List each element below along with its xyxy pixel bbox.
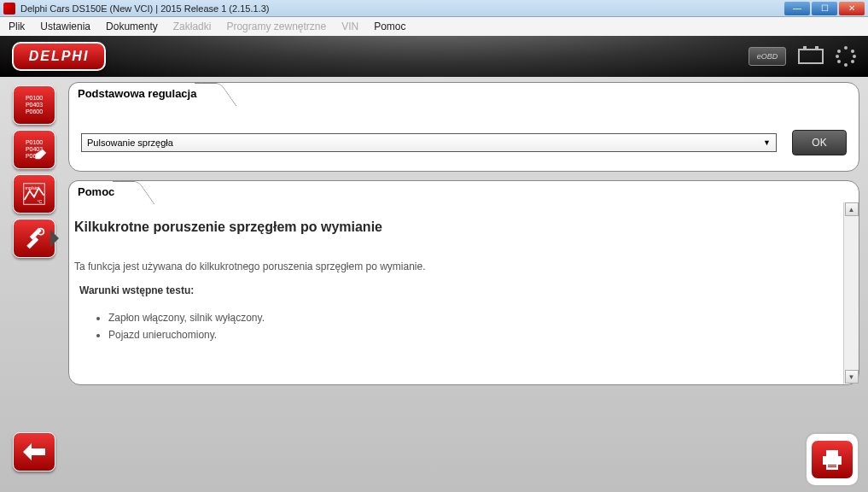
help-panel-title: Pomoc: [68, 180, 129, 202]
app-icon: [3, 3, 15, 15]
menu-zakladki[interactable]: Zakładki: [173, 20, 212, 32]
maximize-button[interactable]: ☐: [812, 2, 837, 15]
help-description: Ta funkcja jest używana do kilkukrotnego…: [74, 261, 835, 272]
menu-dokumenty[interactable]: Dokumenty: [106, 20, 158, 32]
svg-rect-5: [826, 450, 838, 457]
menu-vin[interactable]: VIN: [341, 20, 358, 32]
svg-text:°C: °C: [38, 199, 43, 204]
close-button[interactable]: ✕: [839, 2, 865, 15]
chevron-down-icon: ▼: [763, 138, 771, 147]
menu-programy[interactable]: Programy zewnętrzne: [226, 20, 326, 32]
delphi-logo: DELPHI: [12, 42, 106, 71]
scroll-up-icon[interactable]: ▲: [845, 202, 859, 216]
regulation-panel-title: Podstawowa regulacja: [68, 82, 211, 104]
sidebar-erase-codes[interactable]: P0100 P0403 P060: [13, 130, 55, 169]
tools-icon: [22, 226, 46, 250]
connection-spinner-icon: [836, 46, 856, 67]
help-scrollbar[interactable]: ▲ ▼: [843, 202, 859, 384]
arrow-left-icon: [21, 442, 47, 462]
window-title: Delphi Cars DS150E (New VCI) | 2015 Rele…: [20, 3, 784, 14]
dropdown-value: Pulsowanie sprzęgła: [87, 138, 173, 148]
scroll-down-icon[interactable]: ▼: [845, 370, 859, 384]
help-heading: Kilkukrotne poruszenie sprzęgłem po wymi…: [74, 220, 835, 235]
list-item: Pojazd unieruchomiony.: [108, 329, 835, 341]
ok-button[interactable]: OK: [792, 130, 847, 155]
window-titlebar: Delphi Cars DS150E (New VCI) | 2015 Rele…: [0, 0, 868, 17]
sidebar-adjustments[interactable]: [13, 219, 55, 258]
fault-codes-icon: P0100 P0403 P0600: [26, 95, 43, 115]
menu-ustawienia[interactable]: Ustawienia: [40, 20, 90, 32]
sidebar: P0100 P0403 P0600 P0100 P0403 P060 mg/st…: [0, 77, 68, 492]
battery-icon: [798, 49, 824, 64]
menu-plik[interactable]: Plik: [9, 20, 25, 32]
regulation-panel: Podstawowa regulacja Pulsowanie sprzęgła…: [68, 82, 859, 172]
svg-rect-7: [828, 465, 836, 466]
regulation-dropdown[interactable]: Pulsowanie sprzęgła ▼: [81, 133, 777, 152]
menu-bar: Plik Ustawienia Dokumenty Zakładki Progr…: [0, 17, 868, 36]
graph-icon: mg/str°C: [22, 182, 46, 206]
minimize-button[interactable]: —: [784, 2, 810, 15]
help-preconditions-list: Zapłon włączony, silnik wyłączony. Pojaz…: [108, 312, 835, 341]
eraser-icon: [32, 148, 48, 163]
sidebar-live-data[interactable]: mg/str°C: [13, 174, 55, 214]
back-button[interactable]: [13, 432, 55, 472]
svg-text:mg/str: mg/str: [26, 185, 38, 190]
eobd-indicator[interactable]: eOBD: [749, 47, 786, 66]
sidebar-fault-codes[interactable]: P0100 P0403 P0600: [13, 85, 55, 125]
brand-strip: DELPHI eOBD: [0, 36, 868, 77]
printer-icon: [819, 448, 845, 472]
svg-rect-8: [828, 466, 836, 467]
help-preconditions-title: Warunki wstępne testu:: [79, 284, 835, 296]
menu-pomoc[interactable]: Pomoc: [374, 20, 405, 32]
help-panel: Pomoc Kilkukrotne poruszenie sprzęgłem p…: [68, 180, 859, 385]
print-button-frame: [805, 432, 859, 487]
list-item: Zapłon włączony, silnik wyłączony.: [108, 312, 835, 324]
print-button[interactable]: [811, 440, 853, 479]
